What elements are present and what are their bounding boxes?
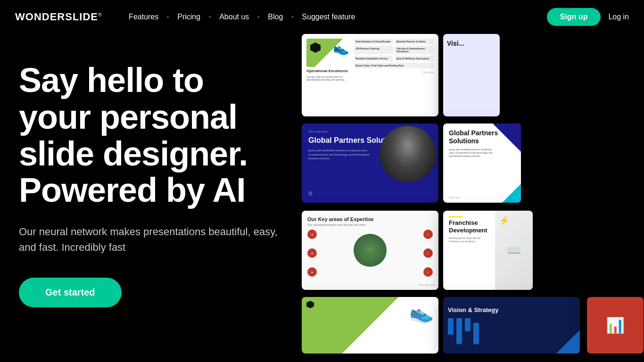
slide6-desc: Working hand in hand with the Franchisor…	[449, 237, 492, 243]
slide3-desc: group with worldwide partners combining …	[308, 148, 370, 160]
hero-subtitle: Our neural network makes presentations b…	[19, 224, 283, 255]
slide1-desc: A proven and successful history of opera…	[306, 75, 351, 82]
slide8-title: Vision & Strategy	[448, 306, 575, 313]
dot-4: ●	[423, 230, 433, 239]
hero-content: Say hello to your personal slide designe…	[0, 34, 302, 362]
nav-dot-1	[167, 16, 169, 18]
slide4-logo: Place logo	[449, 196, 460, 199]
signup-button[interactable]: Sign up	[547, 8, 601, 26]
slide5-dots: ▶ ▶ ▶ ● ● ●	[302, 211, 438, 290]
slide-preview-5: Our Key areas of Expertise 100 successfu…	[302, 211, 438, 290]
slide-preview-8: Vision & Strategy	[443, 297, 580, 354]
slide4-date: April	[512, 196, 517, 199]
logo[interactable]: WONDERSLIDE®	[15, 11, 102, 23]
dot-5: ●	[423, 248, 433, 258]
nav-features[interactable]: Features	[125, 11, 162, 23]
nav-pricing[interactable]: Pricing	[173, 11, 204, 23]
slide3-icon: ☰	[308, 191, 313, 196]
nav-dot-4	[291, 16, 293, 18]
slide-preview-2: Visi...	[443, 34, 500, 116]
navbar: WONDERSLIDE® Features Pricing About us B…	[0, 0, 644, 34]
hero-title: Say hello to your personal slide designe…	[19, 62, 283, 209]
dot-6: ●	[423, 267, 433, 277]
slide6-bolt-icon: ⚡	[499, 215, 509, 226]
slide6-title: Franchise Development	[449, 219, 492, 234]
slide2-title: Visi...	[447, 40, 496, 48]
nav-links: Features Pricing About us Blog Suggest f…	[125, 11, 547, 23]
slide6-bar	[449, 216, 463, 217]
get-started-button[interactable]: Get started	[19, 278, 122, 307]
slide-preview-1: 👟 Operational Excellence A proven and su…	[302, 34, 438, 116]
slide-preview-6: ⌨️ ⚡ Franchise Development Working hand …	[443, 211, 533, 290]
slide7-shoe-icon: 👟	[409, 301, 434, 324]
nav-dot-2	[209, 16, 211, 18]
nav-suggest[interactable]: Suggest feature	[298, 11, 359, 23]
slide8-triangle	[556, 330, 580, 354]
slide-preview-9: 📊	[587, 297, 644, 354]
slide9-icon: 📊	[606, 316, 625, 334]
login-button[interactable]: Log in	[608, 13, 629, 21]
hero-slides: 👟 Operational Excellence A proven and su…	[302, 34, 644, 362]
slide4-desc: group with worldwide partners combining …	[449, 148, 495, 158]
slide5-place: Place logo here	[418, 283, 435, 286]
slide-preview-3: Place logo here Global Partners Solution…	[302, 123, 438, 203]
slide1-title: Operational Excellence	[306, 69, 351, 74]
slide1-place: Place logo	[354, 71, 434, 74]
dot-1: ▶	[307, 230, 317, 239]
nav-actions: Sign up Log in	[547, 8, 629, 26]
slide-preview-4: Global Partners Solutions group with wor…	[443, 123, 521, 203]
slide-preview-7: 👟	[302, 297, 438, 354]
dot-3: ▶	[307, 267, 317, 277]
nav-about[interactable]: About us	[215, 11, 253, 23]
hero-section: Say hello to your personal slide designe…	[0, 34, 644, 362]
dot-2: ▶	[307, 248, 317, 258]
slide7-hex-icon	[306, 301, 314, 308]
nav-blog[interactable]: Blog	[264, 11, 287, 23]
nav-dot-3	[257, 16, 259, 18]
